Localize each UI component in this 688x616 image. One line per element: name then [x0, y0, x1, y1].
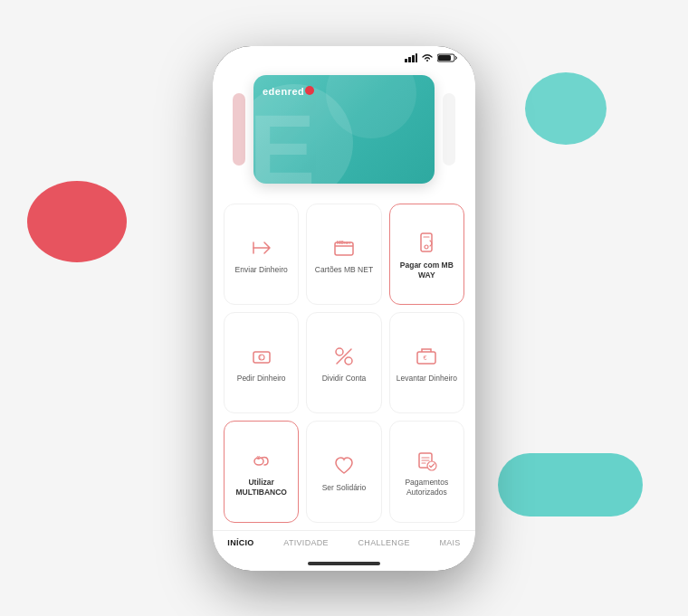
- card-left-peek: [233, 93, 245, 166]
- dividir-conta-label: Dividir Conta: [322, 374, 367, 384]
- cartoes-mb-net-label: Cartões MB NET: [315, 265, 373, 275]
- blob-red: [27, 181, 127, 262]
- enviar-dinheiro-icon: [248, 234, 275, 261]
- pagamentos-autorizados-label: Pagamentos Autorizados: [396, 478, 458, 498]
- svg-rect-2: [412, 55, 415, 62]
- pedir-dinheiro-label: Pedir Dinheiro: [237, 374, 286, 384]
- svg-point-15: [336, 348, 343, 355]
- utilizar-multibanco-icon: [248, 447, 275, 474]
- svg-rect-12: [253, 352, 270, 363]
- home-bar: [308, 562, 380, 565]
- svg-rect-3: [416, 53, 417, 62]
- action-enviar-dinheiro[interactable]: Enviar Dinheiro: [224, 204, 299, 306]
- status-icons: [405, 53, 457, 62]
- svg-text:€: €: [424, 355, 427, 361]
- pagamentos-autorizados-icon: [413, 447, 440, 474]
- svg-text:€: €: [259, 355, 262, 360]
- action-pedir-dinheiro[interactable]: € Pedir Dinheiro: [224, 312, 299, 413]
- signal-icon: [405, 53, 417, 62]
- edenred-brand: edenred: [263, 86, 314, 97]
- phone-screen: edenred E Enviar Dinheiro MB: [213, 66, 475, 558]
- home-indicator: [213, 558, 475, 571]
- card-right-peek: [443, 93, 455, 166]
- action-ser-solidario[interactable]: Ser Solidário: [306, 421, 381, 523]
- pedir-dinheiro-icon: €: [248, 343, 275, 370]
- battery-icon: [437, 53, 457, 62]
- status-bar: [213, 46, 475, 66]
- action-utilizar-multibanco[interactable]: Utilizar MULTIBANCO: [224, 421, 299, 523]
- card-area: edenred E: [213, 66, 475, 196]
- action-pagamentos-autorizados[interactable]: Pagamentos Autorizados: [389, 421, 464, 523]
- levantar-dinheiro-label: Levantar Dinheiro: [397, 374, 457, 384]
- ser-solidario-label: Ser Solidário: [322, 483, 367, 493]
- card-carousel[interactable]: edenred E: [227, 75, 461, 184]
- nav-item-challenge[interactable]: CHALLENGE: [358, 538, 410, 547]
- pagar-mb-way-label: Pagar com MB WAY: [396, 261, 458, 280]
- nav-label-atividade: ATIVIDADE: [283, 538, 329, 547]
- nav-item-mais[interactable]: MAIS: [439, 538, 460, 547]
- svg-text:NET: NET: [344, 241, 352, 245]
- action-cartoes-mb-net[interactable]: MB NET Cartões MB NET: [306, 204, 381, 306]
- nav-label-mais: MAIS: [439, 538, 460, 547]
- svg-text:E: E: [253, 102, 315, 184]
- action-dividir-conta[interactable]: Dividir Conta: [306, 312, 381, 413]
- enviar-dinheiro-label: Enviar Dinheiro: [235, 265, 288, 275]
- nav-label-inicio: INÍCIO: [227, 538, 253, 547]
- svg-point-16: [345, 357, 352, 365]
- blob-cyan-bottom: [498, 453, 643, 516]
- nav-label-challenge: CHALLENGE: [358, 538, 410, 547]
- svg-point-11: [425, 245, 428, 249]
- card-logo: edenred: [263, 82, 314, 99]
- utilizar-multibanco-label: Utilizar MULTIBANCO: [230, 478, 292, 498]
- ser-solidario-icon: [330, 452, 358, 479]
- svg-rect-0: [405, 59, 407, 62]
- cartoes-mb-net-icon: MB NET: [330, 234, 358, 261]
- wifi-icon: [421, 53, 434, 62]
- pagar-mb-way-icon: [413, 230, 440, 257]
- blob-cyan-top: [525, 72, 607, 145]
- dividir-conta-icon: [330, 343, 358, 370]
- actions-grid: Enviar Dinheiro MB NET Cartões MB NET Pa…: [213, 196, 475, 530]
- scene: edenred E Enviar Dinheiro MB: [0, 0, 688, 616]
- svg-rect-1: [408, 57, 411, 62]
- action-pagar-mb-way[interactable]: Pagar com MB WAY: [389, 204, 464, 306]
- svg-rect-5: [438, 55, 451, 61]
- phone: edenred E Enviar Dinheiro MB: [213, 46, 475, 571]
- card-main[interactable]: edenred E: [253, 75, 435, 184]
- edenred-dot: [305, 86, 314, 95]
- levantar-dinheiro-icon: €: [413, 343, 440, 370]
- nav-item-inicio[interactable]: INÍCIO: [227, 538, 253, 547]
- card-watermark: E: [253, 102, 335, 184]
- svg-text:MB: MB: [337, 240, 344, 245]
- bottom-nav: INÍCIOATIVIDADECHALLENGEMAIS: [213, 530, 475, 558]
- nav-item-atividade[interactable]: ATIVIDADE: [283, 538, 329, 547]
- action-levantar-dinheiro[interactable]: € Levantar Dinheiro: [389, 312, 464, 413]
